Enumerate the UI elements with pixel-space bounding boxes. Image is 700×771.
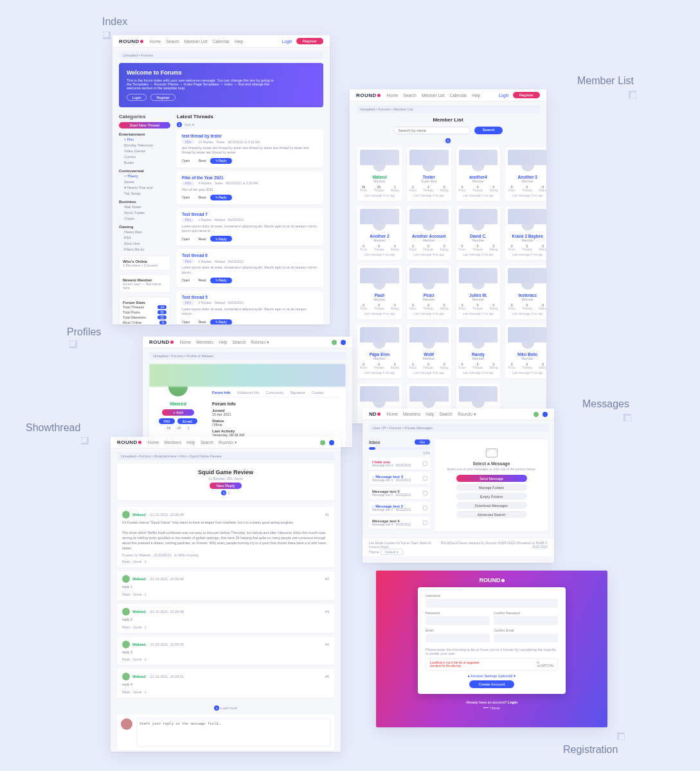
reply-button[interactable]: ✎ Reply (210, 278, 232, 283)
reply-tools[interactable]: Reply · Quote · 1 (122, 657, 147, 661)
member-card[interactable]: Pauli Member 0Posts0Threads0Rating Last … (357, 265, 402, 319)
nav-help[interactable]: Help (235, 39, 243, 44)
go-button[interactable]: Go (415, 439, 430, 445)
email-button[interactable]: Email (177, 418, 197, 424)
tab-signature[interactable]: Signature (290, 391, 305, 394)
nav-home[interactable]: Home (387, 93, 398, 98)
member-name[interactable]: Randy (459, 352, 498, 357)
category-item[interactable]: PS4 (119, 235, 170, 240)
message-item[interactable]: ○ Message test 2 Message text 2 · 06/22/… (369, 502, 430, 514)
nav-members[interactable]: Member List (422, 93, 445, 98)
load-more-button[interactable]: + (214, 705, 219, 711)
member-name[interactable]: Another 2 (360, 234, 399, 238)
member-card[interactable]: Krack 2 Baybee Member 0Posts0Threads0Rat… (505, 206, 546, 260)
reply-tools[interactable]: Reply · Quote · 1 (122, 592, 147, 596)
member-card[interactable]: Niko Belic Member 0Posts0Threads0Rating … (505, 324, 546, 378)
back-home-link[interactable]: ⟵ Home (376, 706, 607, 710)
category-item[interactable]: Xbox One (119, 240, 170, 246)
page-1[interactable]: 1 (221, 490, 226, 495)
category-item[interactable]: Stock Trades (119, 209, 170, 215)
nav-roundo[interactable]: Roundo ▾ (458, 412, 476, 417)
open-link[interactable]: Open (182, 159, 190, 163)
message-item[interactable]: ○ Message test 3 Message text 3 · 06/24/… (369, 472, 430, 484)
category-item[interactable]: Secret (119, 179, 170, 184)
open-link[interactable]: Open (182, 237, 190, 241)
message-checkbox[interactable] (423, 491, 427, 495)
create-account-button[interactable]: Create Account (469, 680, 514, 688)
nav-search[interactable]: Search (201, 440, 214, 445)
member-name[interactable]: Another 3 (508, 175, 546, 179)
member-card[interactable]: Pesci Member 0Posts0Threads0Rating Last … (407, 265, 451, 319)
member-name[interactable]: Pauli (360, 293, 399, 297)
page-2[interactable]: 2 (228, 491, 229, 495)
advanced-search-button[interactable]: Advanced Search (456, 511, 527, 518)
member-card[interactable]: Randy Member 0Posts0Threads0Rating Last … (456, 324, 501, 378)
empty-folders-button[interactable]: Empty Folders (456, 493, 527, 500)
captcha-box[interactable]: Localhost is not in the list of supporte… (426, 658, 558, 671)
category-item[interactable]: Top Songs (119, 190, 170, 196)
reply-button[interactable]: ✎ Reply (210, 319, 232, 324)
login-link[interactable]: Login (499, 93, 509, 98)
register-button[interactable]: Register (513, 92, 540, 98)
open-link[interactable]: Open (182, 278, 190, 282)
member-name[interactable]: Julles W. (459, 293, 498, 297)
member-name[interactable]: Papa Elon (360, 352, 399, 357)
reply-button[interactable]: ✎ Reply (210, 158, 232, 164)
download-button[interactable]: Download Messages (456, 502, 527, 509)
nav-calendar[interactable]: Calendar (213, 39, 229, 44)
message-checkbox[interactable] (423, 461, 427, 466)
banner-login[interactable]: Login (127, 94, 147, 101)
message-item[interactable]: Message test 5 Message text 5 · 06/23/20… (369, 487, 430, 499)
nav-help[interactable]: Help (426, 412, 434, 417)
member-card[interactable]: Tester Super Mod 2Posts2Threads0Rating L… (407, 147, 451, 201)
tab-contact[interactable]: Contact (312, 391, 324, 394)
search-button[interactable]: Search (474, 127, 502, 134)
thread-title-link[interactable]: Film of the Year 2021 (182, 175, 318, 180)
open-settings-link[interactable]: ▸ Account Settings (optional) ▾ (426, 674, 558, 678)
member-card[interactable]: Another Account Member 0Posts0Threads0Ra… (407, 206, 451, 260)
member-name[interactable]: Another Account (409, 234, 449, 238)
member-name[interactable]: Tester (409, 175, 449, 179)
thread-title-link[interactable]: Test thread 5 (182, 295, 318, 299)
pm-button[interactable]: PM (159, 418, 175, 424)
tab-forum-info[interactable]: Forum Info (212, 391, 231, 394)
category-item[interactable]: > Theory (119, 173, 170, 179)
email-input[interactable] (426, 634, 490, 642)
thread-title-link[interactable]: Test thread 7 (182, 212, 318, 217)
nav-members[interactable]: Member List (184, 39, 208, 44)
category-item[interactable]: Crypto (119, 215, 170, 221)
message-checkbox[interactable] (423, 520, 427, 525)
nav-roundo[interactable]: Roundo ▾ (219, 440, 237, 445)
message-checkbox[interactable] (423, 506, 427, 510)
open-link[interactable]: Open (182, 195, 190, 199)
member-name[interactable]: Waleed (360, 175, 399, 179)
category-item[interactable]: ♥ Hearts True and (119, 184, 170, 190)
member-card[interactable]: WoW Member 0Posts0Threads0Rating Last me… (407, 324, 451, 378)
member-card[interactable]: another4 Member 0Posts0Threads0Rating La… (456, 147, 501, 201)
user-avatar-icon[interactable] (332, 340, 337, 345)
member-card[interactable]: Waleed Member 36Posts25Threads1Rating La… (357, 147, 402, 201)
nav-help[interactable]: Help (186, 440, 195, 445)
password-input[interactable] (426, 616, 490, 625)
login-link[interactable]: Login (282, 39, 292, 44)
category-item[interactable]: > Film (119, 136, 170, 142)
member-name[interactable]: WoW (409, 352, 449, 357)
member-card[interactable]: Another 3 Member 0Posts0Threads0Rating L… (505, 147, 546, 201)
member-card[interactable]: David C. Member 0Posts0Threads0Rating La… (456, 206, 501, 260)
username-input[interactable] (426, 599, 558, 608)
reply-button[interactable]: ✎ Reply (210, 195, 232, 200)
thread-title-link[interactable]: Test thread 6 (182, 253, 318, 258)
reply-user[interactable]: Waleed (132, 675, 146, 678)
login-link[interactable]: Login (508, 700, 517, 704)
member-name[interactable]: testeracc (508, 293, 546, 297)
nav-members[interactable]: Members (403, 412, 420, 417)
send-message-button[interactable]: Send Message (456, 475, 527, 482)
member-card[interactable]: testeracc Member 0Posts0Threads0Rating L… (505, 265, 546, 319)
reply-textarea[interactable] (136, 718, 330, 747)
tab-additional[interactable]: Additional Info (237, 391, 260, 394)
message-item[interactable]: Message test 4 Message text 4 · 06/20/20… (369, 517, 430, 529)
category-item[interactable]: Wall Street (119, 204, 170, 209)
confirm-email-input[interactable] (494, 634, 558, 642)
footer-links[interactable]: Lite Mode Contact Us Forum Team Mark All… (369, 541, 441, 549)
nav-home[interactable]: Home (180, 340, 191, 345)
